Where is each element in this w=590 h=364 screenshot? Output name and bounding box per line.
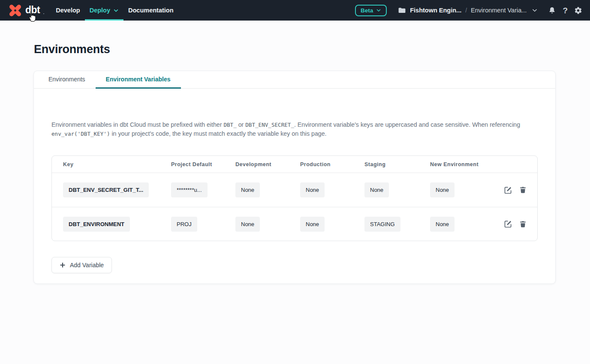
main-nav: Develop Deploy Documentation <box>51 0 178 21</box>
notifications-bell-icon[interactable] <box>548 6 556 15</box>
tab-bar: Environments Environment Variables <box>34 71 555 89</box>
table-row: DBT_ENVIRONMENT PROJ None None STAGING N… <box>52 207 537 241</box>
settings-gear-icon[interactable] <box>574 6 582 15</box>
development-value-pill[interactable]: None <box>235 217 260 232</box>
project-default-value-pill[interactable]: PROJ <box>171 217 197 232</box>
help-glyph: ? <box>563 6 568 15</box>
delete-variable-trash-icon[interactable] <box>519 186 527 194</box>
logo-registered-dot <box>43 13 44 14</box>
column-header-development: Development <box>235 161 300 167</box>
production-value-pill[interactable]: None <box>300 182 325 197</box>
nav-item-label: Deploy <box>90 7 110 14</box>
description-segment: or <box>237 121 246 128</box>
nav-item-develop[interactable]: Develop <box>51 0 84 21</box>
row-actions <box>504 220 527 228</box>
chevron-down-icon <box>376 8 381 13</box>
breadcrumb-project[interactable]: Fishtown Engin... <box>410 7 461 14</box>
edit-variable-icon[interactable] <box>504 186 512 194</box>
column-header-staging: Staging <box>364 161 430 167</box>
help-icon[interactable]: ? <box>563 6 568 15</box>
staging-value-pill[interactable]: None <box>364 182 389 197</box>
folder-icon <box>398 6 406 15</box>
nav-item-deploy[interactable]: Deploy <box>85 0 123 21</box>
description-code: DBT_ENV_SECRET_ <box>245 122 294 128</box>
plus-icon <box>60 262 66 268</box>
column-header-production: Production <box>300 161 364 167</box>
beta-dropdown[interactable]: Beta <box>355 5 387 16</box>
dbt-logo[interactable]: dbt <box>9 0 40 21</box>
description-segment: . Environment variable's keys are upperc… <box>294 121 520 128</box>
page-title: Environments <box>34 43 590 56</box>
nav-item-label: Documentation <box>128 7 174 14</box>
chevron-down-icon[interactable] <box>532 7 538 13</box>
nav-item-documentation[interactable]: Documentation <box>123 0 178 21</box>
description-code: DBT_ <box>223 122 236 128</box>
table-row: DBT_ENV_SECRET_GIT_T... ********u... Non… <box>52 173 537 207</box>
navbar-right: Beta Fishtown Engin... / Environment Var… <box>355 0 582 21</box>
tab-environments[interactable]: Environments <box>38 71 96 89</box>
add-variable-label: Add Variable <box>70 262 104 269</box>
production-value-pill[interactable]: None <box>300 217 325 232</box>
dbt-logo-icon <box>9 4 22 17</box>
breadcrumb-separator: / <box>465 7 467 14</box>
row-actions <box>504 186 527 194</box>
breadcrumb-page[interactable]: Environment Varia... <box>471 7 527 14</box>
breadcrumb: Fishtown Engin... / Environment Varia... <box>398 6 538 15</box>
table-header-row: Key Project Default Development Producti… <box>52 156 537 173</box>
delete-variable-trash-icon[interactable] <box>519 220 527 228</box>
project-default-value-pill[interactable]: ********u... <box>171 182 208 197</box>
add-variable-button[interactable]: Add Variable <box>51 257 112 273</box>
new-environment-value-pill[interactable]: None <box>430 182 455 197</box>
description-code: env_var('DBT_KEY') <box>51 131 110 137</box>
column-header-project-default: Project Default <box>171 161 235 167</box>
top-navbar: dbt Develop Deploy Documentation Beta <box>0 0 590 21</box>
new-environment-value-pill[interactable]: None <box>430 217 455 232</box>
environments-card: Environments Environment Variables Envir… <box>33 71 556 284</box>
navbar-icon-group: ? <box>548 6 582 15</box>
column-header-key: Key <box>63 161 171 167</box>
tab-environment-variables[interactable]: Environment Variables <box>96 71 181 89</box>
variable-key-pill: DBT_ENVIRONMENT <box>63 217 130 232</box>
description-segment: in your project's code, the key must mat… <box>110 130 326 137</box>
tab-label: Environments <box>48 76 85 83</box>
beta-label: Beta <box>361 7 373 14</box>
edit-variable-icon[interactable] <box>504 220 512 228</box>
tab-label: Environment Variables <box>106 76 171 83</box>
development-value-pill[interactable]: None <box>235 182 260 197</box>
variable-key-pill: DBT_ENV_SECRET_GIT_T... <box>63 182 149 197</box>
dbt-logo-text: dbt <box>25 4 40 16</box>
environment-variables-table: Key Project Default Development Producti… <box>51 155 538 241</box>
chevron-down-icon <box>113 8 119 13</box>
column-header-new-environment: New Environment <box>430 161 504 167</box>
nav-item-label: Develop <box>56 7 80 14</box>
staging-value-pill[interactable]: STAGING <box>364 217 400 232</box>
description-text: Environment variables in dbt Cloud must … <box>51 120 538 138</box>
description-segment: Environment variables in dbt Cloud must … <box>51 121 223 128</box>
